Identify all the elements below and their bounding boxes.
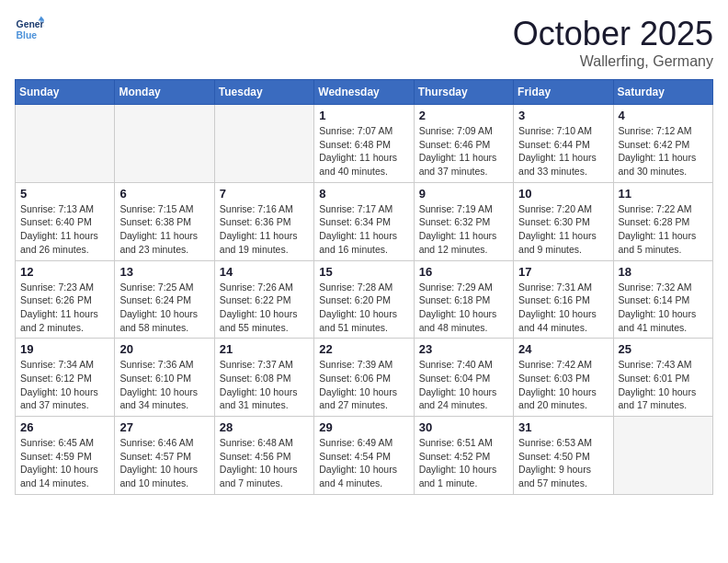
day-number: 24 [518,342,608,356]
weekday-header-saturday: Saturday [613,80,712,105]
day-cell: 22Sunrise: 7:39 AM Sunset: 6:06 PM Dayli… [314,339,414,417]
day-cell: 6Sunrise: 7:15 AM Sunset: 6:38 PM Daylig… [115,182,214,260]
weekday-header-monday: Monday [115,80,214,105]
day-number: 19 [20,342,109,356]
day-number: 30 [419,420,508,434]
day-number: 31 [518,420,608,434]
day-cell: 3Sunrise: 7:10 AM Sunset: 6:44 PM Daylig… [514,105,613,183]
day-cell: 31Sunrise: 6:53 AM Sunset: 4:50 PM Dayli… [514,417,613,495]
day-number: 29 [319,420,408,434]
day-cell: 15Sunrise: 7:28 AM Sunset: 6:20 PM Dayli… [314,260,414,339]
day-number: 21 [220,342,309,356]
day-cell: 29Sunrise: 6:49 AM Sunset: 4:54 PM Dayli… [314,417,414,495]
day-info: Sunrise: 7:16 AM Sunset: 6:36 PM Dayligh… [220,202,309,257]
day-info: Sunrise: 7:42 AM Sunset: 6:03 PM Dayligh… [518,358,608,412]
day-info: Sunrise: 6:49 AM Sunset: 4:54 PM Dayligh… [319,436,408,490]
day-number: 10 [518,187,608,201]
svg-text:General: General [17,19,44,29]
day-info: Sunrise: 7:20 AM Sunset: 6:30 PM Dayligh… [518,202,608,257]
day-number: 17 [518,265,608,279]
svg-text:Blue: Blue [17,30,38,40]
page-header: General Blue October 2025 Wallerfing, Ge… [15,15,713,70]
day-info: Sunrise: 7:17 AM Sunset: 6:34 PM Dayligh… [319,202,408,257]
day-info: Sunrise: 7:37 AM Sunset: 6:08 PM Dayligh… [220,358,309,412]
day-info: Sunrise: 7:39 AM Sunset: 6:06 PM Dayligh… [319,358,408,412]
week-row-1: 1Sunrise: 7:07 AM Sunset: 6:48 PM Daylig… [16,105,713,183]
day-number: 25 [619,342,708,356]
day-number: 11 [619,187,708,201]
week-row-5: 26Sunrise: 6:45 AM Sunset: 4:59 PM Dayli… [16,417,713,495]
day-number: 13 [119,265,209,279]
day-cell: 28Sunrise: 6:48 AM Sunset: 4:56 PM Dayli… [214,417,313,495]
day-number: 16 [419,265,508,279]
day-number: 5 [20,187,109,201]
day-number: 8 [319,187,408,201]
day-number: 26 [20,420,109,434]
week-row-3: 12Sunrise: 7:23 AM Sunset: 6:26 PM Dayli… [16,260,713,339]
day-info: Sunrise: 6:51 AM Sunset: 4:52 PM Dayligh… [419,436,508,490]
day-number: 3 [518,109,608,122]
location: Wallerfing, Germany [513,53,713,70]
day-cell: 16Sunrise: 7:29 AM Sunset: 6:18 PM Dayli… [414,260,513,339]
day-info: Sunrise: 7:22 AM Sunset: 6:28 PM Dayligh… [619,202,708,257]
day-info: Sunrise: 6:45 AM Sunset: 4:59 PM Dayligh… [20,436,109,490]
day-number: 28 [220,420,309,434]
day-info: Sunrise: 6:53 AM Sunset: 4:50 PM Dayligh… [518,436,608,490]
day-cell: 21Sunrise: 7:37 AM Sunset: 6:08 PM Dayli… [214,339,313,417]
day-number: 4 [619,109,708,122]
title-area: October 2025 Wallerfing, Germany [513,15,713,70]
day-info: Sunrise: 7:12 AM Sunset: 6:42 PM Dayligh… [619,124,708,178]
day-cell: 20Sunrise: 7:36 AM Sunset: 6:10 PM Dayli… [115,339,214,417]
day-info: Sunrise: 7:25 AM Sunset: 6:24 PM Dayligh… [119,281,209,335]
day-cell: 19Sunrise: 7:34 AM Sunset: 6:12 PM Dayli… [16,339,115,417]
week-row-2: 5Sunrise: 7:13 AM Sunset: 6:40 PM Daylig… [16,182,713,260]
day-cell: 11Sunrise: 7:22 AM Sunset: 6:28 PM Dayli… [613,182,712,260]
day-number: 2 [419,109,508,122]
day-number: 9 [419,187,508,201]
day-info: Sunrise: 7:23 AM Sunset: 6:26 PM Dayligh… [20,281,109,335]
day-number: 27 [119,420,209,434]
day-cell: 13Sunrise: 7:25 AM Sunset: 6:24 PM Dayli… [115,260,214,339]
day-info: Sunrise: 7:07 AM Sunset: 6:48 PM Dayligh… [319,124,408,178]
day-info: Sunrise: 7:26 AM Sunset: 6:22 PM Dayligh… [220,281,309,335]
weekday-header-wednesday: Wednesday [314,80,414,105]
day-info: Sunrise: 7:10 AM Sunset: 6:44 PM Dayligh… [518,124,608,178]
day-cell [214,105,313,183]
day-number: 22 [319,342,408,356]
day-cell: 26Sunrise: 6:45 AM Sunset: 4:59 PM Dayli… [16,417,115,495]
day-cell: 27Sunrise: 6:46 AM Sunset: 4:57 PM Dayli… [115,417,214,495]
day-cell: 30Sunrise: 6:51 AM Sunset: 4:52 PM Dayli… [414,417,513,495]
day-number: 12 [20,265,109,279]
day-info: Sunrise: 7:34 AM Sunset: 6:12 PM Dayligh… [20,358,109,412]
day-cell: 8Sunrise: 7:17 AM Sunset: 6:34 PM Daylig… [314,182,414,260]
day-cell: 12Sunrise: 7:23 AM Sunset: 6:26 PM Dayli… [16,260,115,339]
day-number: 18 [619,265,708,279]
weekday-header-tuesday: Tuesday [214,80,313,105]
day-number: 20 [119,342,209,356]
day-number: 15 [319,265,408,279]
week-row-4: 19Sunrise: 7:34 AM Sunset: 6:12 PM Dayli… [16,339,713,417]
day-info: Sunrise: 7:31 AM Sunset: 6:16 PM Dayligh… [518,281,608,335]
weekday-header-row: SundayMondayTuesdayWednesdayThursdayFrid… [16,80,713,105]
day-info: Sunrise: 7:32 AM Sunset: 6:14 PM Dayligh… [619,281,708,335]
day-info: Sunrise: 7:29 AM Sunset: 6:18 PM Dayligh… [419,281,508,335]
day-cell: 9Sunrise: 7:19 AM Sunset: 6:32 PM Daylig… [414,182,513,260]
day-info: Sunrise: 6:46 AM Sunset: 4:57 PM Dayligh… [119,436,209,490]
day-cell [16,105,115,183]
day-number: 7 [220,187,309,201]
day-number: 6 [119,187,209,201]
day-cell [613,417,712,495]
day-cell: 23Sunrise: 7:40 AM Sunset: 6:04 PM Dayli… [414,339,513,417]
day-cell: 10Sunrise: 7:20 AM Sunset: 6:30 PM Dayli… [514,182,613,260]
day-info: Sunrise: 7:13 AM Sunset: 6:40 PM Dayligh… [20,202,109,257]
weekday-header-sunday: Sunday [16,80,115,105]
day-info: Sunrise: 7:28 AM Sunset: 6:20 PM Dayligh… [319,281,408,335]
day-number: 1 [319,109,408,122]
day-number: 14 [220,265,309,279]
month-title: October 2025 [513,15,713,53]
weekday-header-thursday: Thursday [414,80,513,105]
day-cell: 25Sunrise: 7:43 AM Sunset: 6:01 PM Dayli… [613,339,712,417]
logo-icon: General Blue [15,15,44,44]
day-cell: 24Sunrise: 7:42 AM Sunset: 6:03 PM Dayli… [514,339,613,417]
day-info: Sunrise: 7:40 AM Sunset: 6:04 PM Dayligh… [419,358,508,412]
